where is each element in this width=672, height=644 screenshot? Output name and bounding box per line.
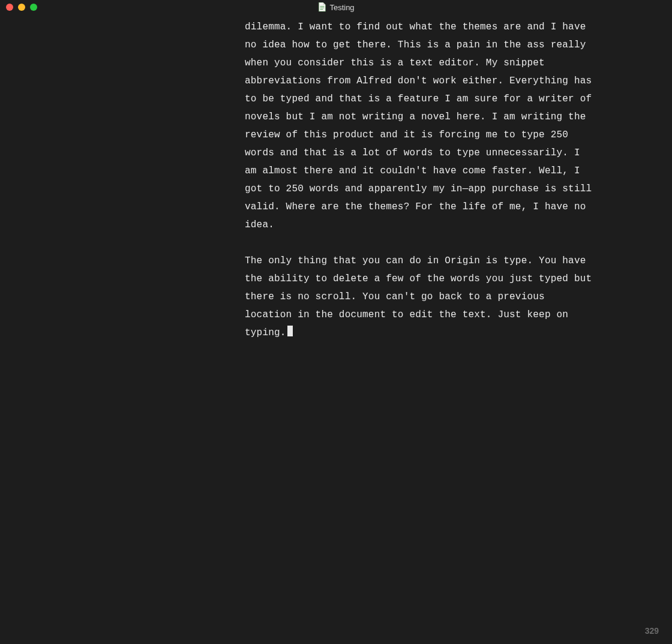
window-controls (0, 4, 37, 11)
svg-rect-2 (320, 9, 323, 10)
minimize-button[interactable] (18, 4, 25, 11)
editor-content[interactable]: dilemma. I want to find out what the the… (245, 18, 593, 360)
maximize-button[interactable] (30, 4, 37, 11)
titlebar: Testing (0, 0, 672, 14)
svg-rect-1 (320, 8, 324, 8)
close-button[interactable] (6, 4, 13, 11)
window-title: Testing (329, 3, 354, 12)
document-icon (317, 2, 326, 12)
window-title-group: Testing (317, 2, 354, 12)
text-cursor (287, 326, 293, 336)
svg-rect-0 (320, 6, 324, 7)
word-count: 329 (645, 626, 659, 636)
paragraph: The only thing that you can do in Origin… (245, 252, 593, 342)
paragraph: dilemma. I want to find out what the the… (245, 18, 593, 234)
paragraph-text: The only thing that you can do in Origin… (245, 255, 592, 338)
